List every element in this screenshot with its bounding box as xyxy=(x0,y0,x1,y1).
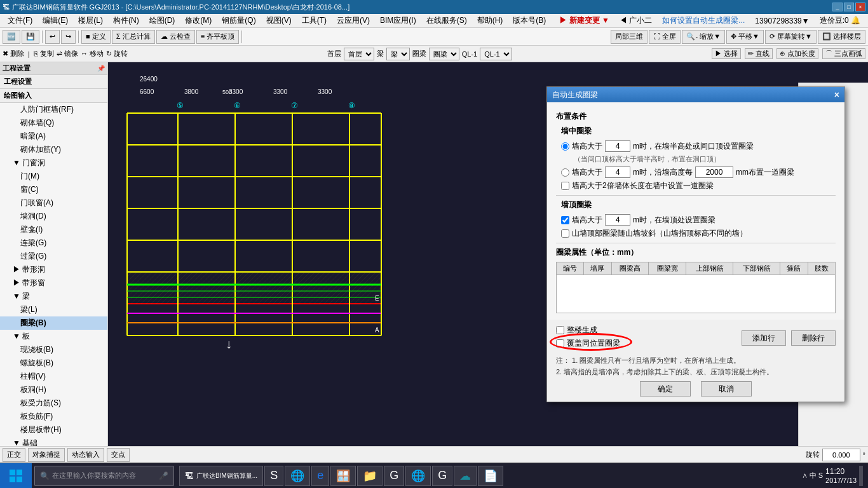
floor-select[interactable]: 首层 xyxy=(344,48,374,60)
menu-cloud[interactable]: 云应用(V) xyxy=(332,14,375,27)
select-floor-btn[interactable]: 🔲 选择楼层 xyxy=(818,30,865,44)
btn-orthogonal[interactable]: 正交 xyxy=(3,448,25,462)
sidebar-item-coupling-beam[interactable]: 连梁(G) xyxy=(0,236,107,250)
menu-hint[interactable]: 如何设置自动生成圈梁... xyxy=(657,14,750,27)
taskbar-item-app2[interactable]: G xyxy=(432,466,452,486)
taskbar-item-globe[interactable]: 🌐 xyxy=(405,466,431,486)
tool-arc[interactable]: ⌒ 三点画弧 xyxy=(822,48,865,59)
wall-height-1-input[interactable] xyxy=(605,140,630,152)
section-project-settings[interactable]: 工程设置 xyxy=(0,75,107,89)
sidebar-pin[interactable]: 📌 xyxy=(97,65,105,72)
define-btn[interactable]: ■ 定义 xyxy=(81,30,111,44)
sidebar-item-strip-window[interactable]: ▶ 带形窗 xyxy=(0,276,107,290)
sidebar-item-slab-rebar[interactable]: 板受力筋(S) xyxy=(0,396,107,410)
checkbox-wall-2x[interactable] xyxy=(561,182,569,190)
rotate-input[interactable] xyxy=(822,449,860,461)
cancel-button[interactable]: 取消 xyxy=(701,381,752,396)
menu-component[interactable]: 构件(N) xyxy=(108,14,144,27)
sidebar-item-masonry-bar[interactable]: 砌体加筋(Y) xyxy=(0,143,107,156)
menu-online[interactable]: 在线服务(S) xyxy=(421,14,472,27)
sidebar-item-slab-opening[interactable]: 板洞(H) xyxy=(0,383,107,396)
beam-type-select[interactable]: 圈梁 xyxy=(429,48,459,60)
component-select[interactable]: 梁 xyxy=(386,48,410,60)
menu-tools[interactable]: 工具(T) xyxy=(297,14,332,27)
taskbar-item-app[interactable]: 🏗 广联达BIM钢筋算量... xyxy=(179,466,263,486)
menu-file[interactable]: 文件(F) xyxy=(3,14,37,27)
ql-select[interactable]: QL-1 xyxy=(480,48,512,60)
checkbox-overwrite[interactable] xyxy=(556,339,564,348)
calc-btn[interactable]: Σ 汇总计算 xyxy=(112,30,155,44)
level-btn[interactable]: ≡ 齐平板顶 xyxy=(196,30,239,44)
cloud-check-btn[interactable]: ☁ 云检查 xyxy=(156,30,195,44)
sidebar-item-window[interactable]: 窗(C) xyxy=(0,183,107,196)
sidebar-item-cast-slab[interactable]: 现浇板(B) xyxy=(0,343,107,356)
taskbar-item-browser2[interactable]: e xyxy=(311,466,329,486)
menu-version[interactable]: 版本号(B) xyxy=(508,14,551,27)
search-box[interactable]: 🔍 在这里输入你要搜索的内容 🎤 xyxy=(34,466,174,486)
show-desktop-btn[interactable] xyxy=(859,466,863,486)
radio-wall-height-2[interactable] xyxy=(561,168,569,177)
confirm-button[interactable]: 确定 xyxy=(640,381,691,396)
menu-price[interactable]: 造价豆:0 🔔 xyxy=(815,14,865,27)
zoom-out-btn[interactable]: 🔍- 缩放▼ xyxy=(682,30,725,44)
taskbar-item-doc[interactable]: 📄 xyxy=(478,466,503,486)
sidebar-item-foundation-section[interactable]: ▼ 基础 xyxy=(0,437,107,446)
delete-row-button[interactable]: 删除行 xyxy=(791,330,836,346)
undo-btn[interactable]: ↩ xyxy=(45,30,60,44)
tb2-mirror[interactable]: ⇌ 镜像 xyxy=(57,49,78,58)
radio-wall-height-1[interactable] xyxy=(561,142,569,151)
wall-height-2-input[interactable] xyxy=(605,166,630,178)
new-btn[interactable]: 🆕 xyxy=(3,30,20,44)
menu-new-change[interactable]: ▶ 新建变更 ▼ xyxy=(554,14,614,27)
minimize-button[interactable]: _ xyxy=(832,3,843,11)
3d-local-btn[interactable]: 局部三维 xyxy=(611,30,648,44)
taskbar-item-sogou[interactable]: S xyxy=(264,466,283,486)
menu-view[interactable]: 视图(V) xyxy=(261,14,297,27)
sidebar-item-door[interactable]: 门(M) xyxy=(0,170,107,183)
menu-help[interactable]: 帮助(H) xyxy=(472,14,508,27)
close-button[interactable]: × xyxy=(855,3,865,11)
taskbar-item-cloud[interactable]: ☁ xyxy=(454,466,477,486)
tb2-rotate[interactable]: ↻ 旋转 xyxy=(106,49,128,58)
checkbox-gable[interactable] xyxy=(561,229,569,238)
checkbox-whole-floor[interactable] xyxy=(556,326,564,334)
dialog-close-button[interactable]: × xyxy=(834,90,839,100)
sidebar-item-hidden-beam[interactable]: 暗梁(A) xyxy=(0,130,107,143)
redo-btn[interactable]: ↪ xyxy=(61,30,76,44)
wall-top-height-input[interactable] xyxy=(605,214,630,226)
fullscreen-btn[interactable]: ⛶ 全屏 xyxy=(649,30,681,44)
sidebar-item-slab-section[interactable]: ▼ 板 xyxy=(0,330,107,343)
menu-edit[interactable]: 编辑(E) xyxy=(37,14,73,27)
taskbar-item-store[interactable]: 🪟 xyxy=(330,466,356,486)
sidebar-item-beam[interactable]: 梁(L) xyxy=(0,303,107,316)
taskbar-item-browser1[interactable]: 🌐 xyxy=(285,466,310,486)
menu-rebar[interactable]: 钢筋量(Q) xyxy=(217,14,261,27)
sidebar-item-floor-strip[interactable]: 楼层板带(H) xyxy=(0,423,107,437)
sidebar-item-door-window-combo[interactable]: 门联窗(A) xyxy=(0,196,107,210)
tb2-delete[interactable]: ✖ 删除 xyxy=(3,49,24,58)
sidebar-item-slab-neg-rebar[interactable]: 板负筋(F) xyxy=(0,410,107,423)
sidebar-item-column-cap[interactable]: 柱帽(V) xyxy=(0,370,107,383)
save-btn[interactable]: 💾 xyxy=(22,30,39,44)
taskbar-item-explorer[interactable]: 📁 xyxy=(357,466,383,486)
move-btn[interactable]: ✥ 平移▼ xyxy=(726,30,764,44)
menu-modify[interactable]: 修改(M) xyxy=(180,14,217,27)
section-draw-input[interactable]: 绘图输入 xyxy=(0,89,107,103)
btn-intersection[interactable]: 交点 xyxy=(107,448,130,462)
sidebar-item-spiral-slab[interactable]: 螺旋板(B) xyxy=(0,356,107,370)
checkbox-wall-top-height[interactable] xyxy=(561,216,569,224)
sidebar-item-rfwall[interactable]: 人防门框墙(RF) xyxy=(0,103,107,116)
tool-select[interactable]: ▶ 选择 xyxy=(712,48,741,59)
sidebar-item-wall-opening[interactable]: 墙洞(D) xyxy=(0,210,107,223)
menu-promo[interactable]: ◀ 广小二 xyxy=(614,14,657,27)
wall-height-spacing-input[interactable] xyxy=(695,166,733,178)
tb2-copy[interactable]: ⎘ 复制 xyxy=(34,49,54,58)
btn-dynamic[interactable]: 动态输入 xyxy=(67,448,104,462)
taskbar-item-chrome[interactable]: G xyxy=(384,466,404,486)
start-button[interactable] xyxy=(0,463,32,489)
tool-point-extend[interactable]: ⊕ 点加长度 xyxy=(776,48,818,59)
menu-phone[interactable]: 13907298339▼ xyxy=(750,15,814,27)
btn-snap[interactable]: 对象捕捉 xyxy=(28,448,65,462)
screen-rotate-btn[interactable]: ⟳ 屏幕旋转▼ xyxy=(765,30,817,44)
sidebar-item-lintel[interactable]: 过梁(G) xyxy=(0,250,107,263)
